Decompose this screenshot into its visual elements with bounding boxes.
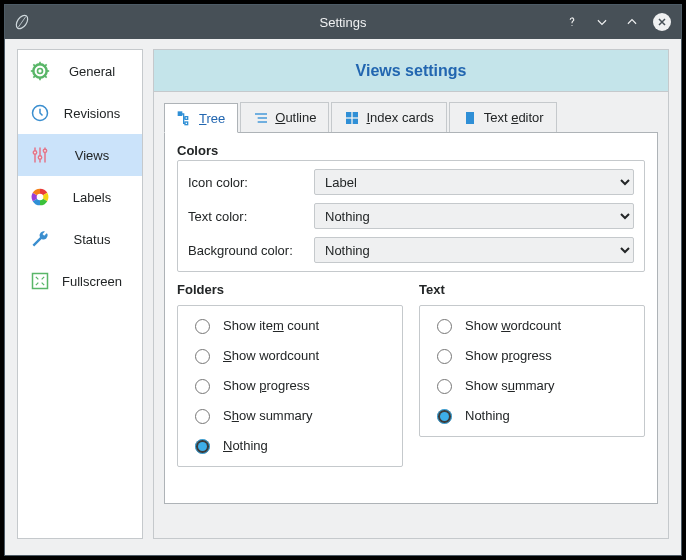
svg-rect-29 [353,112,358,117]
icon-color-select[interactable]: Label [314,169,634,195]
text-option[interactable]: Nothing [432,406,632,424]
radio-label: Show summary [223,408,313,423]
titlebar: Settings [5,5,681,39]
folders-option[interactable]: Show progress [190,376,390,394]
color-wheel-icon [30,187,50,207]
text-radiogroup: Show wordcountShow progressShow summaryN… [419,305,645,437]
folders-radio[interactable] [195,439,210,454]
sidebar-item-labels[interactable]: Labels [18,176,142,218]
wrench-icon [30,229,50,249]
svg-point-4 [38,69,43,74]
svg-rect-28 [346,112,351,117]
folders-radio[interactable] [195,409,210,424]
svg-rect-30 [346,118,351,123]
radio-label: Nothing [223,438,268,453]
tab-outline[interactable]: Outline [240,102,329,132]
tab-label: Index cards [366,110,433,125]
tab-index-cards[interactable]: Index cards [331,102,446,132]
sidebar-item-fullscreen[interactable]: Fullscreen [18,260,142,302]
tab-tree[interactable]: Tree [164,103,238,133]
bg-color-label: Background color: [188,243,308,258]
colors-box: Icon color: Label Text color: Nothing [177,160,645,272]
folders-option[interactable]: Nothing [190,436,390,454]
svg-rect-23 [185,117,188,120]
text-radio[interactable] [437,319,452,334]
app-icon [13,13,31,31]
radio-label: Show progress [465,348,552,363]
sidebar-item-status[interactable]: Status [18,218,142,260]
window-controls [563,13,671,31]
sidebar-item-label: Views [60,148,142,163]
text-option[interactable]: Show summary [432,376,632,394]
radio-label: Show wordcount [223,348,319,363]
text-title: Text [419,282,645,297]
help-icon[interactable] [563,13,581,31]
clock-icon [30,103,50,123]
folders-radio[interactable] [195,319,210,334]
svg-rect-22 [178,112,181,115]
text-color-select[interactable]: Nothing [314,203,634,229]
folders-option[interactable]: Show item count [190,316,390,334]
grid-icon [344,110,360,126]
radio-label: Show progress [223,378,310,393]
radio-label: Show wordcount [465,318,561,333]
tree-tab-page: Colors Icon color: Label Text color: [164,132,658,504]
svg-point-2 [571,25,572,26]
folders-radio[interactable] [195,379,210,394]
close-icon[interactable] [653,13,671,31]
svg-rect-31 [353,118,358,123]
outline-icon [253,110,269,126]
tab-text-editor[interactable]: Text editor [449,102,557,132]
folders-option[interactable]: Show wordcount [190,346,390,364]
radio-label: Show item count [223,318,319,333]
sidebar-item-label: Labels [60,190,142,205]
tree-icon [177,110,193,126]
svg-point-17 [33,151,36,154]
radio-label: Nothing [465,408,510,423]
text-option[interactable]: Show progress [432,346,632,364]
sidebar-item-label: Status [60,232,142,247]
tab-label: Outline [275,110,316,125]
sidebar-item-general[interactable]: General [18,50,142,92]
main-panel: Views settings Tree Outline Index cards [153,49,669,539]
folders-radiogroup: Show item countShow wordcountShow progre… [177,305,403,467]
sidebar-item-label: General [60,64,142,79]
gear-icon [30,61,50,81]
icon-color-label: Icon color: [188,175,308,190]
panel-body: Tree Outline Index cards Text editor [153,91,669,539]
sliders-icon [30,145,50,165]
colors-title: Colors [177,143,645,158]
fullscreen-icon [30,271,50,291]
folders-option[interactable]: Show summary [190,406,390,424]
svg-point-18 [38,156,41,159]
sidebar-item-label: Revisions [60,106,142,121]
bg-color-select[interactable]: Nothing [314,237,634,263]
content-area: General Revisions Views Labels [5,39,681,555]
minimize-icon[interactable] [593,13,611,31]
folders-title: Folders [177,282,403,297]
svg-rect-21 [33,274,48,289]
settings-window: Settings General Revisions [4,4,682,556]
text-option[interactable]: Show wordcount [432,316,632,334]
sidebar-item-revisions[interactable]: Revisions [18,92,142,134]
text-radio[interactable] [437,349,452,364]
text-radio[interactable] [437,409,452,424]
panel-title: Views settings [153,49,669,91]
sidebar: General Revisions Views Labels [17,49,143,539]
text-color-label: Text color: [188,209,308,224]
folders-radio[interactable] [195,349,210,364]
sidebar-item-views[interactable]: Views [18,134,142,176]
tab-label: Text editor [484,110,544,125]
maximize-icon[interactable] [623,13,641,31]
svg-point-20 [37,194,44,201]
sidebar-item-label: Fullscreen [60,274,142,289]
document-icon [462,110,478,126]
radio-label: Show summary [465,378,555,393]
tab-label: Tree [199,111,225,126]
svg-rect-32 [466,112,474,124]
tabs: Tree Outline Index cards Text editor [164,102,658,132]
text-radio[interactable] [437,379,452,394]
svg-rect-24 [185,122,188,125]
svg-point-19 [43,149,46,152]
